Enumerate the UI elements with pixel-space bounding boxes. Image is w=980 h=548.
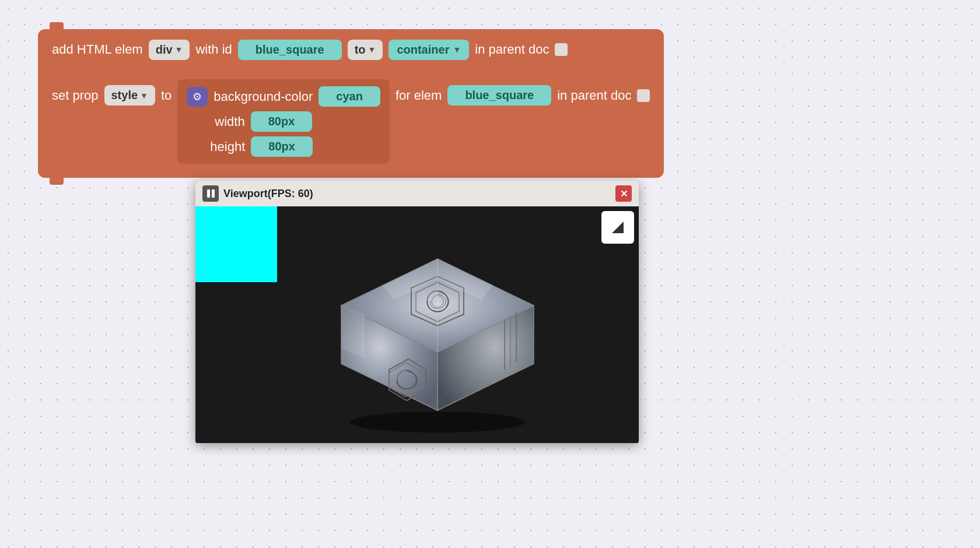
- prop-value-height[interactable]: ❝ 80px ❞: [251, 136, 313, 157]
- set-prop-text: set prop: [52, 88, 99, 103]
- for-elem-text: for elem: [396, 88, 442, 103]
- cyan-square-element: [195, 206, 277, 282]
- cube-shadow: [350, 412, 525, 433]
- open-quote-icon: ❝: [246, 43, 252, 56]
- elem-type-dropdown[interactable]: div ▼: [149, 40, 190, 60]
- viewport-close-button[interactable]: ✕: [615, 185, 632, 202]
- in-parent-doc-2-text: in parent doc: [557, 88, 631, 103]
- prop-row-width: width ❝ 80px ❞: [187, 111, 380, 132]
- expand-triangle-icon: [612, 222, 624, 233]
- close-quote-3-icon: ❞: [298, 115, 304, 128]
- prop-name-bgcolor: background-color: [214, 89, 313, 104]
- cube-3d-container: [277, 218, 604, 440]
- block-row-2: set prop style ▼ to ⚙ background-color ❝…: [38, 70, 664, 178]
- prop-type-dropdown[interactable]: style ▼: [104, 85, 155, 106]
- gear-icon: ⚙: [187, 87, 208, 107]
- viewport-pause-button[interactable]: [202, 185, 219, 202]
- prop-name-height: height: [187, 139, 245, 154]
- id-value-token[interactable]: ❝ blue_square ❞: [238, 40, 342, 60]
- viewport-content: [195, 206, 639, 443]
- prop-name-width: width: [187, 114, 244, 129]
- highlight-left: [341, 305, 365, 358]
- add-html-text: add HTML elem: [52, 42, 143, 57]
- container-token[interactable]: container ▼: [388, 40, 469, 60]
- open-quote-4-icon: ❝: [259, 140, 265, 153]
- props-subblock: ⚙ background-color ❝ cyan ❞ width ❝ 80px…: [177, 79, 390, 164]
- close-quote-5-icon: ❞: [537, 89, 543, 102]
- close-quote-2-icon: ❞: [366, 90, 372, 103]
- pause-icon: [207, 189, 215, 198]
- viewport-panel: Viewport(FPS: 60) ✕: [195, 181, 639, 443]
- in-parent-doc-text: in parent doc: [475, 42, 549, 57]
- block-row-1: add HTML elem div ▼ with id ❝ blue_squar…: [38, 29, 664, 70]
- viewport-title-left: Viewport(FPS: 60): [202, 185, 313, 202]
- elem-id-token[interactable]: ❝ blue_square ❞: [447, 85, 551, 106]
- viewport-expand-button[interactable]: [601, 211, 634, 244]
- set-prop-left: set prop style ▼ to: [52, 79, 172, 106]
- prop-value-width[interactable]: ❝ 80px ❞: [251, 111, 313, 132]
- to-dropdown-arrow-icon: ▼: [368, 45, 376, 54]
- prop-value-cyan[interactable]: ❝ cyan ❞: [318, 86, 380, 107]
- viewport-title: Viewport(FPS: 60): [223, 188, 313, 200]
- open-quote-3-icon: ❝: [259, 115, 265, 128]
- checkbox-1[interactable]: [555, 43, 568, 56]
- prop-type-arrow-icon: ▼: [140, 91, 148, 100]
- close-quote-icon: ❞: [328, 43, 334, 56]
- open-quote-2-icon: ❝: [327, 90, 332, 103]
- prop-row-bgcolor: ⚙ background-color ❝ cyan ❞: [187, 86, 380, 107]
- pause-bar-right: [212, 189, 215, 198]
- cube-3d-svg: [289, 224, 592, 434]
- to-dropdown[interactable]: to ▼: [348, 40, 383, 60]
- with-id-text: with id: [195, 42, 232, 57]
- block-editor: add HTML elem div ▼ with id ❝ blue_squar…: [38, 29, 664, 178]
- open-quote-5-icon: ❝: [456, 89, 461, 102]
- pause-bar-left: [207, 189, 210, 198]
- puzzle-notch-bottom: [50, 178, 64, 185]
- viewport-titlebar: Viewport(FPS: 60) ✕: [195, 181, 639, 206]
- puzzle-notch-top: [50, 22, 64, 29]
- to-text: to: [161, 88, 172, 103]
- dropdown-arrow-icon: ▼: [175, 45, 183, 54]
- prop-row-height: height ❝ 80px ❞: [187, 136, 380, 157]
- for-elem-section: for elem ❝ blue_square ❞ in parent doc: [396, 79, 650, 106]
- checkbox-2[interactable]: [637, 89, 650, 102]
- close-quote-4-icon: ❞: [299, 140, 304, 153]
- container-dropdown-arrow-icon: ▼: [453, 45, 461, 54]
